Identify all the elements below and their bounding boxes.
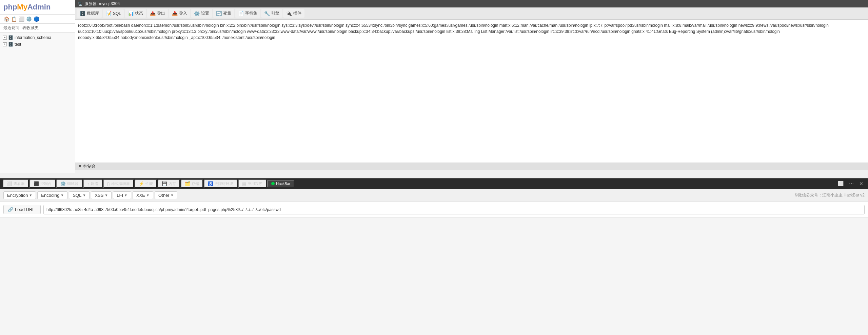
url-input[interactable]	[43, 205, 865, 214]
devtools-performance-label: 性能	[145, 181, 153, 186]
db-test-label: test	[15, 42, 21, 47]
home-icon[interactable]: 🏠	[3, 16, 9, 22]
logo-my: My	[17, 3, 27, 11]
devtools-console[interactable]: ⬛ 控制台	[29, 180, 56, 188]
recent-visits-link[interactable]: 最近访问	[3, 25, 20, 31]
sql-chevron: ▼	[82, 193, 86, 197]
toolbar-export[interactable]: 📤 导出	[147, 9, 168, 18]
devtools-network-label: 网络	[91, 181, 98, 186]
hackbar-sql-label: SQL	[73, 193, 81, 198]
database-list: + 🗄️ information_schema + 🗄️ test	[0, 33, 75, 173]
db-item-test[interactable]: + 🗄️ test	[0, 41, 75, 48]
favorites-link[interactable]: 表收藏夹	[22, 25, 39, 31]
devtools-accessibility[interactable]: ♿ 无障碍环境	[204, 180, 237, 188]
devtools-undock-icon[interactable]: ⬜	[836, 180, 846, 187]
db-item-information-schema[interactable]: + 🗄️ information_schema	[0, 34, 75, 41]
devtools-debugger[interactable]: ⚙️ 调试器	[56, 180, 82, 188]
lfi-chevron: ▼	[124, 193, 127, 197]
devtools-right-controls: ⬜ ⋯ ✕	[836, 180, 865, 187]
hackbar-encoding-label: Encoding	[41, 193, 59, 198]
phpmyadmin-logo: phpMyAdmin	[3, 3, 72, 12]
logo-area: phpMyAdmin	[0, 0, 75, 15]
toolbar-charset[interactable]: 📄 字符集	[235, 9, 260, 18]
db-expand-icon-test[interactable]: +	[3, 42, 7, 46]
inspector-icon: ⬜	[7, 181, 12, 186]
devtools-close-icon[interactable]: ✕	[857, 180, 865, 187]
sidebar-nav: 最近访问 表收藏夹	[0, 24, 75, 33]
logo-admin: Admin	[27, 3, 51, 11]
sidebar: phpMyAdmin 🏠 📋 ⬜ ⚙️ 🔵 最近访问 表收藏夹 + 🗄️ inf…	[0, 0, 75, 173]
toolbar-status[interactable]: 📊 状态	[125, 9, 146, 18]
hackbar-credit-text: ©微信公众号：江南小虫虫 HackBar v2	[795, 193, 865, 197]
toolbar-engines[interactable]: 🔧 引擎	[261, 9, 282, 18]
toolbar-import[interactable]: 📥 导入	[169, 9, 190, 18]
devtools-bar: ⬜ 查看器 ⬛ 控制台 ⚙️ 调试器 ↕ 网络 {} 样式编辑器 ⚡ 性能 💾 …	[0, 178, 868, 189]
devtools-memory-label: 内存	[169, 181, 176, 186]
status-icon: 📊	[128, 11, 134, 16]
devtools-application[interactable]: ▦ 应用程序	[238, 180, 267, 188]
toolbar-db-label: 数据库	[87, 11, 99, 16]
topbar: 🖥️ 服务器: mysql:3306	[75, 0, 868, 7]
devtools-application-label: 应用程序	[248, 181, 262, 186]
devtools-network[interactable]: ↕ 网络	[83, 180, 102, 188]
box-icon[interactable]: ⬜	[18, 16, 24, 22]
variables-icon: 🔄	[216, 11, 222, 16]
toolbar-variables[interactable]: 🔄 变量	[213, 9, 234, 18]
hackbar-dot-icon	[271, 182, 275, 185]
hackbar-lfi-label: LFI	[117, 193, 123, 198]
devtools-hackbar[interactable]: HackBar	[267, 180, 294, 187]
toolbar-export-label: 导出	[157, 11, 165, 16]
db-cylinder-icon-test: 🗄️	[8, 42, 13, 47]
import-icon: 📥	[172, 11, 178, 16]
toolbar-databases[interactable]: 🗄️ 数据库	[77, 9, 102, 18]
hackbar-credit: ©微信公众号：江南小虫虫 HackBar v2	[795, 192, 865, 198]
devtools-style-label: 样式编辑器	[111, 181, 130, 186]
accessibility-icon: ♿	[208, 181, 213, 186]
hackbar-encryption-btn[interactable]: Encryption ▼	[3, 191, 36, 199]
style-icon: {}	[107, 181, 110, 186]
db-icon: 🗄️	[80, 11, 85, 16]
hackbar-lfi-btn[interactable]: LFI ▼	[113, 191, 131, 199]
devtools-style-editor[interactable]: {} 样式编辑器	[103, 180, 134, 188]
hackbar-other-btn[interactable]: Other ▼	[155, 191, 177, 199]
hackbar-xxe-btn[interactable]: XXE ▼	[133, 191, 153, 199]
server-icon: 🖥️	[78, 2, 83, 6]
xss-chevron: ▼	[104, 193, 108, 197]
perf-icon: ⚡	[139, 181, 144, 186]
toolbar-plugins[interactable]: 🔌 插件	[283, 9, 304, 18]
hackbar-sql-btn[interactable]: SQL ▼	[69, 191, 90, 199]
hackbar-xxe-label: XXE	[136, 193, 145, 198]
encoding-chevron: ▼	[61, 193, 64, 197]
toolbar-status-label: 状态	[135, 11, 143, 16]
db-cylinder-icon: 🗄️	[8, 35, 13, 40]
devtools-storage[interactable]: 🗂️ 存储	[181, 180, 203, 188]
list-icon[interactable]: 📋	[11, 16, 17, 22]
toolbar-plugins-label: 插件	[293, 11, 301, 16]
load-url-button[interactable]: 🔗 Load URL	[3, 205, 41, 214]
toolbar-engines-label: 引擎	[271, 11, 279, 16]
toolbar-settings[interactable]: ⚙️ 设置	[191, 9, 212, 18]
toolbar-sql[interactable]: 📝 SQL	[103, 9, 124, 18]
server-label: 服务器: mysql:3306	[84, 1, 120, 7]
hackbar-menu: Encryption ▼ Encoding ▼ SQL ▼ XSS ▼ LFI …	[0, 189, 868, 202]
devtools-memory[interactable]: 💾 内存	[158, 180, 180, 188]
toolbar-variables-label: 变量	[223, 11, 231, 16]
application-icon: ▦	[242, 181, 246, 186]
settings-icon: ⚙️	[194, 11, 200, 16]
devtools-inspector[interactable]: ⬜ 查看器	[3, 180, 29, 188]
db-expand-icon[interactable]: +	[3, 36, 7, 40]
storage-icon: 🗂️	[185, 181, 190, 186]
gear-icon[interactable]: ⚙️	[26, 16, 32, 22]
devtools-console-label: 控制台	[40, 181, 52, 186]
console-label: 控制台	[83, 164, 96, 169]
console-bar[interactable]: ▼ 控制台	[75, 163, 868, 170]
devtools-more-icon[interactable]: ⋯	[847, 180, 856, 187]
hackbar-other-label: Other	[158, 193, 170, 198]
console-icon: ▼	[78, 164, 82, 169]
devtools-performance[interactable]: ⚡ 性能	[135, 180, 157, 188]
circle-icon[interactable]: 🔵	[33, 16, 39, 22]
hackbar-encoding-btn[interactable]: Encoding ▼	[37, 191, 67, 199]
console-tab-icon: ⬛	[34, 181, 39, 186]
main-content: root:x:0:0:root:/root:/bin/bash daemon:x…	[75, 20, 868, 170]
hackbar-xss-btn[interactable]: XSS ▼	[91, 191, 112, 199]
